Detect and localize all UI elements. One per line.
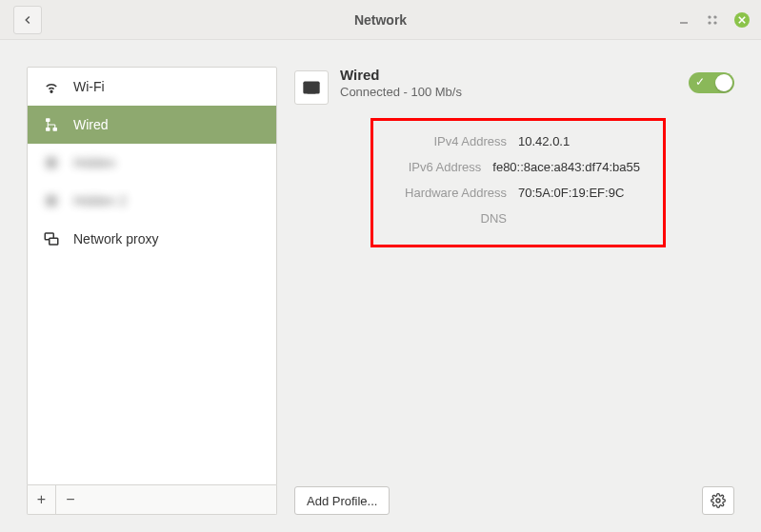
- window-controls: [677, 12, 750, 28]
- svg-rect-19: [308, 89, 316, 93]
- hwaddr-value: 70:5A:0F:19:EF:9C: [518, 186, 624, 200]
- svg-point-7: [50, 90, 52, 92]
- add-connection-button[interactable]: +: [28, 485, 56, 514]
- svg-rect-10: [46, 128, 50, 131]
- content: Wi-Fi Wired Hidden Hidden 2: [0, 40, 761, 532]
- sidebar-item-redacted-1[interactable]: Hidden: [28, 144, 276, 182]
- svg-point-1: [709, 16, 711, 18]
- unknown-icon: [43, 154, 60, 171]
- svg-rect-14: [46, 157, 57, 168]
- sidebar-item-label: Hidden 2: [73, 193, 127, 208]
- sidebar-item-label: Wired: [73, 117, 109, 132]
- connection-status: Connected - 100 Mb/s: [340, 85, 677, 99]
- svg-rect-8: [46, 118, 50, 122]
- svg-point-3: [709, 22, 711, 24]
- svg-point-2: [714, 16, 716, 18]
- info-row-ipv4: IPv4 Address 10.42.0.1: [383, 128, 640, 154]
- dns-label: DNS: [383, 211, 507, 226]
- sidebar-item-wired[interactable]: Wired: [28, 106, 276, 144]
- close-button[interactable]: [734, 12, 750, 28]
- ipv6-value: fe80::8ace:a843:df74:ba55: [492, 160, 640, 174]
- svg-point-4: [714, 22, 716, 24]
- back-button[interactable]: [13, 6, 42, 34]
- svg-rect-9: [53, 128, 58, 131]
- sidebar-item-label: Hidden: [73, 155, 115, 170]
- proxy-icon: [43, 230, 60, 247]
- connection-info-box: IPv4 Address 10.42.0.1 IPv6 Address fe80…: [370, 118, 666, 247]
- info-row-dns: DNS: [383, 206, 640, 231]
- main-panel: Wired Connected - 100 Mb/s ✓ IPv4 Addres…: [294, 67, 734, 515]
- sidebar-actions: + −: [27, 485, 277, 515]
- ipv6-label: IPv6 Address: [383, 160, 481, 174]
- bottom-bar: Add Profile...: [294, 486, 734, 515]
- detail-title-block: Wired Connected - 100 Mb/s: [340, 67, 677, 99]
- connection-toggle[interactable]: ✓: [689, 72, 734, 93]
- svg-rect-15: [46, 195, 57, 207]
- sidebar-item-wifi[interactable]: Wi-Fi: [28, 68, 276, 106]
- gear-icon: [711, 493, 726, 508]
- minimize-button[interactable]: [677, 13, 691, 27]
- connection-title: Wired: [340, 67, 677, 83]
- check-icon: ✓: [695, 75, 705, 89]
- wired-icon: [43, 116, 60, 133]
- remove-connection-button[interactable]: −: [56, 485, 85, 514]
- ipv4-label: IPv4 Address: [383, 134, 507, 148]
- ipv4-value: 10.42.0.1: [518, 134, 570, 148]
- add-profile-button[interactable]: Add Profile...: [294, 486, 390, 515]
- ethernet-icon: [294, 70, 329, 105]
- sidebar-list: Wi-Fi Wired Hidden Hidden 2: [27, 67, 277, 485]
- maximize-button[interactable]: [706, 13, 719, 27]
- svg-rect-17: [50, 238, 58, 245]
- detail-header: Wired Connected - 100 Mb/s ✓: [294, 67, 734, 105]
- unknown-icon: [43, 192, 60, 209]
- titlebar: Network: [0, 0, 761, 40]
- window-title: Network: [354, 12, 407, 28]
- sidebar-item-redacted-2[interactable]: Hidden 2: [28, 182, 276, 220]
- hwaddr-label: Hardware Address: [383, 186, 507, 200]
- sidebar: Wi-Fi Wired Hidden Hidden 2: [27, 67, 277, 515]
- info-row-hwaddr: Hardware Address 70:5A:0F:19:EF:9C: [383, 180, 640, 206]
- settings-button[interactable]: [702, 486, 734, 515]
- sidebar-item-label: Wi-Fi: [73, 79, 105, 94]
- sidebar-item-label: Network proxy: [73, 231, 158, 246]
- info-row-ipv6: IPv6 Address fe80::8ace:a843:df74:ba55: [383, 154, 640, 180]
- svg-point-20: [716, 499, 720, 502]
- toggle-knob: [715, 74, 732, 91]
- wifi-icon: [43, 78, 60, 95]
- sidebar-item-proxy[interactable]: Network proxy: [28, 220, 276, 258]
